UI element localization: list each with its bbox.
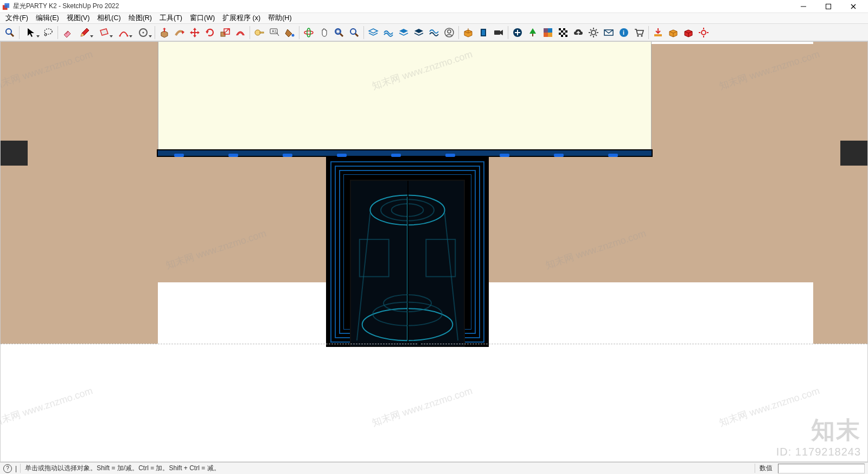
paint-bucket-icon[interactable] bbox=[282, 25, 297, 40]
ext-box-open-icon[interactable] bbox=[461, 25, 476, 40]
eraser-icon[interactable] bbox=[60, 25, 75, 40]
watermark-text: 知末网 www.znzmo.com bbox=[1, 384, 94, 429]
scale-icon[interactable] bbox=[218, 25, 233, 40]
svg-rect-3 bbox=[826, 4, 831, 9]
svg-line-7 bbox=[11, 34, 14, 36]
svg-rect-26 bbox=[336, 30, 340, 33]
menu-camera[interactable]: 相机(C) bbox=[94, 12, 124, 24]
toolbar-separator bbox=[508, 26, 508, 39]
ext-gear2-icon[interactable] bbox=[696, 25, 711, 40]
model-door-glass bbox=[350, 180, 465, 347]
select-icon[interactable] bbox=[21, 25, 41, 40]
toolbar: A1 i bbox=[0, 24, 868, 41]
watermark-text: 知末网 www.znzmo.com bbox=[717, 384, 821, 429]
selection-lasso-icon[interactable] bbox=[41, 25, 56, 40]
svg-rect-42 bbox=[561, 30, 563, 33]
menu-edit[interactable]: 编辑(E) bbox=[33, 12, 62, 24]
menu-help[interactable]: 帮助(H) bbox=[265, 12, 295, 24]
app-icon bbox=[2, 3, 10, 10]
origin-point bbox=[418, 343, 420, 345]
ext-export-down-icon[interactable] bbox=[650, 25, 666, 40]
minimize-button[interactable] bbox=[791, 0, 816, 13]
menu-tools[interactable]: 工具(T) bbox=[156, 12, 186, 24]
ext-checker-icon[interactable] bbox=[556, 25, 571, 40]
tape-measure-icon[interactable] bbox=[252, 25, 267, 40]
circle-icon[interactable] bbox=[133, 25, 153, 40]
arc-icon[interactable] bbox=[114, 25, 133, 40]
watermark-logo: 知末 bbox=[811, 414, 861, 446]
maximize-button[interactable] bbox=[816, 0, 841, 13]
pencil-icon[interactable] bbox=[75, 25, 94, 40]
svg-rect-35 bbox=[532, 34, 533, 36]
ext-stack-icon[interactable] bbox=[396, 25, 411, 40]
ext-camera-icon[interactable] bbox=[491, 25, 506, 40]
svg-point-14 bbox=[143, 31, 144, 33]
menu-view[interactable]: 视图(V) bbox=[63, 12, 93, 24]
svg-rect-41 bbox=[563, 28, 565, 30]
svg-point-21 bbox=[292, 34, 295, 36]
ext-mail-icon[interactable] bbox=[601, 25, 616, 40]
svg-rect-33 bbox=[494, 30, 500, 35]
svg-line-28 bbox=[355, 34, 358, 36]
follow-me-icon[interactable] bbox=[172, 25, 187, 40]
svg-rect-18 bbox=[260, 32, 264, 33]
pan-icon[interactable] bbox=[316, 25, 331, 40]
ext-stack-dark-icon[interactable] bbox=[411, 25, 426, 40]
ext-layers-icon[interactable] bbox=[366, 25, 381, 40]
ext-wave-icon[interactable] bbox=[381, 25, 396, 40]
push-pull-icon[interactable] bbox=[157, 25, 172, 40]
zoom-window-icon[interactable] bbox=[347, 25, 362, 40]
svg-point-22 bbox=[304, 31, 313, 34]
ext-user-icon[interactable] bbox=[442, 25, 457, 40]
watermark-id: ID: 1179218243 bbox=[776, 446, 861, 458]
toolbar-separator bbox=[648, 26, 649, 39]
measurement-label: 数值 bbox=[755, 464, 775, 473]
rectangle-icon[interactable] bbox=[94, 25, 114, 40]
toolbar-separator bbox=[458, 26, 459, 39]
text-icon[interactable]: A1 bbox=[267, 25, 282, 40]
statusbar: ? | 单击或拖动以选择对象。Shift = 加/减。Ctrl = 加。Shif… bbox=[0, 462, 868, 474]
svg-rect-44 bbox=[559, 33, 561, 35]
ext-door-icon[interactable] bbox=[476, 25, 491, 40]
titlebar: 星光PARTY K2 - SketchUp Pro 2022 bbox=[0, 0, 868, 13]
orbit-icon[interactable] bbox=[301, 25, 316, 40]
viewport[interactable]: 场景 bbox=[0, 41, 868, 462]
zoom-extents-icon[interactable] bbox=[331, 25, 347, 40]
svg-point-63 bbox=[701, 30, 706, 35]
ext-add-circle-icon[interactable] bbox=[510, 25, 525, 40]
measurement-input[interactable] bbox=[778, 464, 865, 473]
magnifier-icon[interactable] bbox=[2, 25, 17, 40]
model-strip-left bbox=[1, 141, 28, 166]
svg-text:A1: A1 bbox=[272, 29, 277, 33]
ext-info-icon[interactable]: i bbox=[616, 25, 631, 40]
svg-line-54 bbox=[596, 35, 597, 36]
close-button[interactable] bbox=[841, 0, 866, 13]
model-strip-right bbox=[840, 141, 867, 166]
ext-box2-icon[interactable] bbox=[666, 25, 681, 40]
offset-icon[interactable] bbox=[233, 25, 248, 40]
menu-draw[interactable]: 绘图(R) bbox=[125, 12, 155, 24]
svg-rect-38 bbox=[544, 28, 548, 37]
ext-wave2-icon[interactable] bbox=[426, 25, 442, 40]
status-hint: 单击或拖动以选择对象。Shift = 加/减。Ctrl = 加。Shift + … bbox=[20, 464, 751, 473]
toolbar-separator bbox=[155, 26, 155, 39]
ext-tree-icon[interactable] bbox=[525, 25, 540, 40]
ext-palette-icon[interactable] bbox=[540, 25, 556, 40]
ext-gear-icon[interactable] bbox=[586, 25, 601, 40]
svg-line-53 bbox=[590, 29, 591, 30]
ext-box-red-icon[interactable] bbox=[681, 25, 696, 40]
menu-file[interactable]: 文件(F) bbox=[2, 12, 31, 24]
rotate-icon[interactable] bbox=[202, 25, 218, 40]
model-wall-left bbox=[1, 42, 158, 344]
menu-extensions[interactable]: 扩展程序 (x) bbox=[219, 12, 264, 24]
model-signboard bbox=[158, 42, 652, 151]
menu-window[interactable]: 窗口(W) bbox=[187, 12, 218, 24]
ext-cart-icon[interactable] bbox=[631, 25, 647, 40]
model-wall-right bbox=[813, 42, 867, 344]
svg-point-61 bbox=[641, 35, 642, 36]
model-beam bbox=[157, 149, 653, 157]
help-icon[interactable]: ? bbox=[3, 464, 12, 473]
move-icon[interactable] bbox=[187, 25, 202, 40]
ext-cloud-up-icon[interactable] bbox=[571, 25, 586, 40]
status-separator: | bbox=[15, 465, 17, 472]
